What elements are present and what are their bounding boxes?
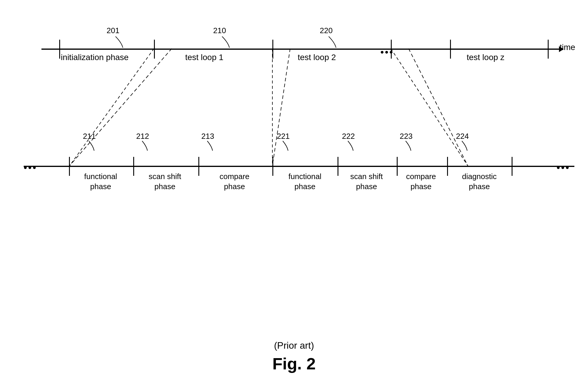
dots-right: ••• (557, 162, 570, 173)
phase-label-213: compare phase (199, 172, 270, 192)
ref-201: 201 (107, 26, 124, 35)
phase-label-223: compare phase (396, 172, 446, 192)
ref-224: 224 (456, 132, 471, 141)
ref-210: 210 (213, 26, 231, 35)
prior-art-label: (Prior art) (0, 340, 588, 351)
label-test-loop-1: test loop 1 (154, 53, 255, 62)
dots-left: ••• (24, 162, 37, 173)
dots-segment-top: ••• (380, 47, 394, 58)
time-label: time (560, 43, 575, 52)
phase-label-224: diagnostic phase (448, 172, 510, 192)
ref-221: 221 (277, 132, 292, 141)
label-test-loop-2: test loop 2 (266, 53, 367, 62)
phase-label-222: scan shift phase (338, 172, 396, 192)
fig-label: Fig. 2 (0, 354, 588, 373)
phase-label-221: functional phase (274, 172, 336, 192)
ref-213: 213 (201, 132, 216, 141)
caption-area: (Prior art) Fig. 2 (0, 340, 588, 373)
ref-212: 212 (136, 132, 151, 141)
ref-211: 211 (83, 132, 98, 141)
ref-222: 222 (342, 132, 357, 141)
phase-label-212: scan shift phase (134, 172, 196, 192)
ref-220: 220 (320, 26, 338, 35)
ref-223: 223 (400, 132, 415, 141)
label-init-phase: initialization phase (47, 53, 142, 62)
phase-label-211: functional phase (71, 172, 130, 192)
label-test-loop-z: test loop z (438, 53, 533, 62)
